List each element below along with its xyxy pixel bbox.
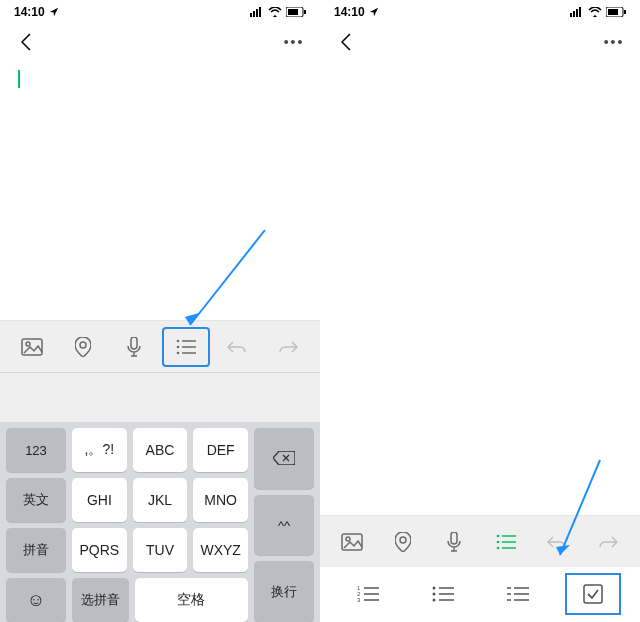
status-right [570, 7, 626, 17]
svg-rect-1 [253, 11, 255, 17]
svg-rect-5 [288, 9, 298, 15]
text-cursor [18, 70, 20, 88]
status-bar: 14:10 [0, 0, 320, 24]
back-button[interactable] [14, 30, 38, 54]
dash-list-icon[interactable] [490, 573, 546, 615]
svg-point-32 [496, 540, 499, 543]
svg-rect-10 [131, 337, 137, 349]
svg-rect-22 [579, 7, 581, 17]
signal-icon [250, 7, 264, 17]
key-emoji[interactable]: ☺ [6, 578, 66, 622]
status-bar: 14:10 [320, 0, 640, 24]
key-tuv[interactable]: TUV [133, 528, 188, 572]
key-pqrs[interactable]: PQRS [72, 528, 127, 572]
key-caret[interactable]: ^^ [254, 495, 314, 556]
location-icon[interactable] [59, 327, 107, 367]
keyboard-candidate-bar [0, 372, 320, 422]
undo-icon[interactable] [213, 327, 261, 367]
svg-point-8 [26, 342, 30, 346]
status-time: 14:10 [334, 5, 379, 19]
time-text: 14:10 [14, 5, 45, 19]
status-time: 14:10 [14, 5, 59, 19]
key-select-pinyin[interactable]: 选拼音 [72, 578, 129, 622]
svg-rect-0 [250, 13, 252, 17]
note-editor[interactable] [0, 60, 320, 320]
editor-toolbar [320, 515, 640, 567]
undo-icon[interactable] [533, 522, 581, 562]
bullet-list-icon[interactable] [415, 573, 471, 615]
redo-icon[interactable] [264, 327, 312, 367]
svg-text:3: 3 [357, 597, 361, 603]
nav-bar: ••• [0, 24, 320, 60]
key-def[interactable]: DEF [193, 428, 248, 472]
key-ghi[interactable]: GHI [72, 478, 127, 522]
svg-point-44 [432, 593, 435, 596]
wifi-icon [268, 7, 282, 17]
key-space[interactable]: 空格 [135, 578, 248, 622]
svg-point-30 [496, 534, 499, 537]
svg-point-13 [176, 345, 179, 348]
location-arrow-icon [369, 7, 379, 17]
svg-rect-6 [304, 10, 306, 14]
chevron-left-icon [20, 33, 32, 51]
svg-rect-19 [570, 13, 572, 17]
chevron-left-icon [340, 33, 352, 51]
svg-point-9 [80, 342, 86, 348]
location-arrow-icon [49, 7, 59, 17]
numbered-list-icon[interactable]: 123 [340, 573, 396, 615]
key-pinyin[interactable]: 拼音 [6, 528, 66, 572]
key-mno[interactable]: MNO [193, 478, 248, 522]
editor-toolbar [0, 320, 320, 372]
redo-icon[interactable] [584, 522, 632, 562]
battery-icon [286, 7, 306, 17]
svg-point-27 [346, 537, 350, 541]
key-backspace[interactable] [254, 428, 314, 489]
checklist-icon[interactable] [565, 573, 621, 615]
more-button[interactable]: ••• [602, 30, 626, 54]
svg-point-28 [400, 537, 406, 543]
list-icon[interactable] [482, 522, 530, 562]
key-abc[interactable]: ABC [133, 428, 188, 472]
back-button[interactable] [334, 30, 358, 54]
key-punct[interactable]: ,。?! [72, 428, 127, 472]
wifi-icon [588, 7, 602, 17]
battery-icon [606, 7, 626, 17]
image-icon[interactable] [8, 327, 56, 367]
time-text: 14:10 [334, 5, 365, 19]
svg-rect-21 [576, 9, 578, 17]
mic-icon[interactable] [430, 522, 478, 562]
backspace-icon [273, 451, 295, 465]
svg-point-15 [176, 351, 179, 354]
svg-point-11 [176, 339, 179, 342]
note-editor[interactable] [320, 60, 640, 515]
key-return[interactable]: 换行 [254, 561, 314, 622]
mic-icon[interactable] [110, 327, 158, 367]
svg-rect-3 [259, 7, 261, 17]
keyboard: 123 英文 拼音 ☺ ,。?! ABC DEF GHI JKL MNO PQR… [0, 422, 320, 622]
location-icon[interactable] [379, 522, 427, 562]
svg-rect-24 [608, 9, 618, 15]
list-style-toolbar: 123 [320, 567, 640, 621]
svg-point-34 [496, 546, 499, 549]
nav-bar: ••• [320, 24, 640, 60]
svg-rect-54 [584, 585, 602, 603]
status-right [250, 7, 306, 17]
more-button[interactable]: ••• [282, 30, 306, 54]
svg-point-46 [432, 599, 435, 602]
svg-point-42 [432, 587, 435, 590]
svg-rect-20 [573, 11, 575, 17]
key-123[interactable]: 123 [6, 428, 66, 472]
svg-rect-25 [624, 10, 626, 14]
key-english[interactable]: 英文 [6, 478, 66, 522]
key-wxyz[interactable]: WXYZ [193, 528, 248, 572]
svg-rect-2 [256, 9, 258, 17]
phone-left: 14:10 ••• [0, 0, 320, 622]
phone-right: 14:10 ••• [320, 0, 640, 622]
svg-rect-29 [451, 532, 457, 544]
key-jkl[interactable]: JKL [133, 478, 188, 522]
signal-icon [570, 7, 584, 17]
list-icon[interactable] [162, 327, 210, 367]
image-icon[interactable] [328, 522, 376, 562]
